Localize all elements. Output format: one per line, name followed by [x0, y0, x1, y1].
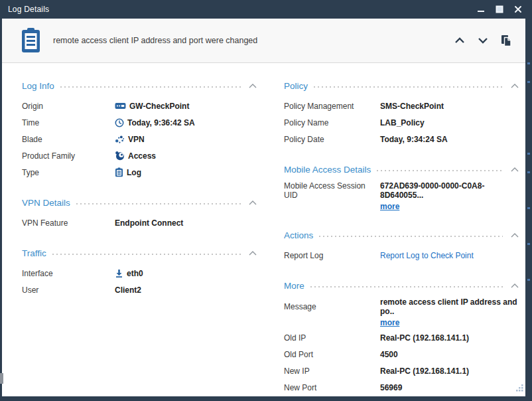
previous-log-button[interactable]	[454, 37, 465, 44]
section-title-log-info: Log Info	[22, 81, 54, 91]
dotted-leader	[377, 170, 503, 171]
close-button[interactable]	[513, 5, 523, 14]
copy-button[interactable]	[501, 35, 512, 47]
right-column: Policy Policy Management SMS-CheckPoint …	[284, 80, 519, 396]
report-log-link[interactable]: Report Log to Check Point	[380, 251, 474, 260]
maximize-button[interactable]	[495, 5, 504, 14]
section-mobile-access-details: Mobile Access Details Mobile Access Sess…	[284, 163, 519, 213]
field-row-product-family: Product Family Access	[22, 147, 257, 164]
field-row-policy-name: Policy Name LAB_Policy	[284, 114, 519, 131]
window-title: Log Details	[8, 5, 49, 14]
minimize-icon	[477, 5, 485, 13]
dotted-leader	[319, 236, 503, 237]
collapse-chevron-icon[interactable]	[511, 84, 519, 88]
field-row-old-ip: Old IP Real-PC (192.168.141.1)	[284, 329, 519, 346]
dotted-leader	[76, 203, 241, 204]
field-row-interface: Interface eth0	[22, 265, 257, 281]
maximize-icon	[496, 5, 503, 13]
clock-icon	[115, 118, 124, 127]
collapse-chevron-icon[interactable]	[249, 251, 257, 256]
resize-grip[interactable]	[515, 383, 524, 395]
field-row-time: Time Today, 9:36:42 SA	[22, 114, 257, 131]
access-icon	[115, 151, 125, 161]
gateway-icon	[115, 102, 126, 110]
field-row-type: Type Log	[22, 164, 257, 181]
mobile-access-more-row: more	[284, 200, 519, 213]
mobile-access-more-link[interactable]: more	[380, 202, 399, 211]
interface-icon	[115, 269, 123, 278]
log-details-window: Log Details remote access	[0, 0, 532, 401]
log-clipboard-icon	[20, 27, 42, 54]
section-log-info: Log Info Origin GW-CheckPoint	[22, 80, 257, 181]
collapse-chevron-icon[interactable]	[249, 200, 257, 205]
collapse-chevron-icon[interactable]	[511, 283, 519, 288]
background-scrollbar-marks	[527, 60, 530, 372]
field-row-mobile-access-session-uid: Mobile Access Session UID 672AD639-0000-…	[284, 181, 519, 200]
section-more: More Message remote access client IP add…	[284, 280, 519, 396]
field-row-new-ip: New IP Real-PC (192.168.141.1)	[284, 362, 519, 379]
section-vpn-details: VPN Details VPN Feature Endpoint Connect	[22, 197, 257, 231]
dotted-leader	[52, 254, 241, 255]
message-more-link[interactable]: more	[380, 318, 399, 327]
dotted-leader	[60, 86, 241, 88]
section-actions: Actions Report Log Report Log to Check P…	[284, 229, 519, 264]
dialog-content: remote access client IP address and port…	[2, 19, 525, 396]
window-controls	[476, 5, 523, 14]
title-bar[interactable]: Log Details	[0, 0, 532, 19]
field-row-new-port: New Port 56969	[284, 379, 519, 396]
field-row-user: User Client2	[22, 281, 257, 298]
collapse-chevron-icon[interactable]	[249, 84, 257, 88]
field-row-old-port: Old Port 4500	[284, 346, 519, 362]
log-icon	[115, 167, 123, 177]
section-traffic: Traffic Interface eth0	[22, 247, 257, 298]
minimize-button[interactable]	[476, 5, 486, 14]
log-message: remote access client IP address and port…	[53, 36, 257, 45]
left-column: Log Info Origin GW-CheckPoint	[22, 80, 257, 314]
chevron-up-icon	[454, 37, 465, 44]
header-actions	[454, 35, 512, 47]
dotted-leader	[310, 286, 503, 287]
field-row-blade: Blade VPN	[22, 131, 257, 147]
field-row-report-log: Report Log Report Log to Check Point	[284, 247, 519, 264]
log-header: remote access client IP address and port…	[2, 19, 525, 63]
section-title-mobile-access: Mobile Access Details	[284, 165, 371, 175]
chevron-down-icon	[478, 37, 488, 44]
section-title-more: More	[284, 281, 304, 291]
vpn-blade-icon	[115, 135, 125, 144]
field-row-origin: Origin GW-CheckPoint	[22, 98, 257, 114]
field-row-policy-management: Policy Management SMS-CheckPoint	[284, 98, 519, 114]
section-title-policy: Policy	[284, 81, 308, 91]
section-policy: Policy Policy Management SMS-CheckPoint …	[284, 80, 519, 147]
copy-icon	[501, 35, 512, 47]
close-icon	[514, 5, 522, 13]
section-title-traffic: Traffic	[22, 248, 46, 258]
section-title-actions: Actions	[284, 230, 313, 240]
message-more-row: more	[284, 316, 519, 329]
field-row-vpn-feature: VPN Feature Endpoint Connect	[22, 214, 257, 231]
field-row-message: Message remote access client IP address …	[284, 297, 519, 316]
collapse-chevron-icon[interactable]	[511, 167, 519, 172]
next-log-button[interactable]	[478, 37, 488, 44]
section-title-vpn-details: VPN Details	[22, 198, 70, 208]
background-window-fragment	[0, 373, 3, 384]
dotted-leader	[314, 86, 503, 88]
field-row-policy-date: Policy Date Today, 9:34:24 SA	[284, 131, 519, 147]
collapse-chevron-icon[interactable]	[511, 233, 519, 238]
